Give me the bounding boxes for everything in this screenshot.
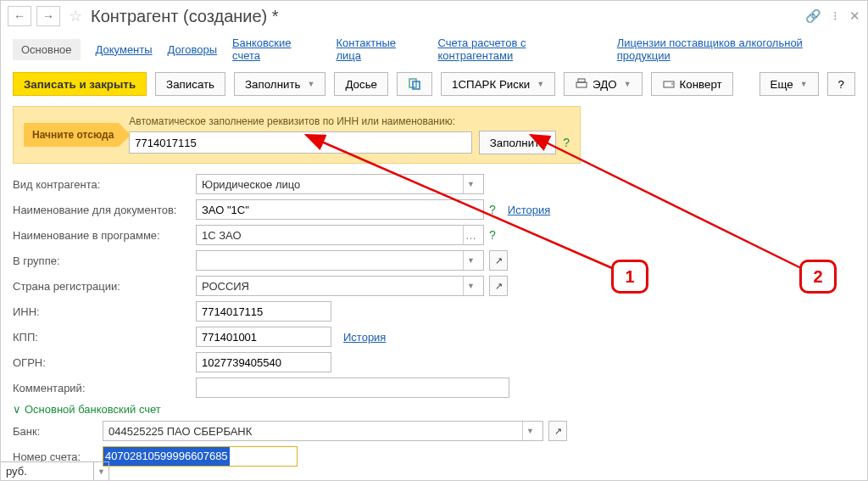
svg-rect-2: [576, 82, 587, 87]
callout-two: 2: [799, 260, 837, 294]
edo-label: ЭДО: [593, 78, 617, 91]
chevron-down-icon: ▼: [463, 251, 478, 270]
docname-label: Наименование для документов:: [13, 204, 191, 216]
chevron-down-icon: ▼: [800, 80, 808, 88]
account-value-selected: 40702810599996607685: [103, 447, 230, 466]
currency-value: руб.: [6, 465, 27, 478]
kpp-label: КПП:: [13, 331, 191, 344]
close-icon[interactable]: ✕: [849, 8, 860, 24]
docname-history-link[interactable]: История: [508, 204, 550, 216]
bank-section-label: Основной банковский счет: [25, 403, 161, 416]
ellipsis-icon[interactable]: …: [463, 226, 478, 244]
comment-label: Комментарий:: [13, 382, 191, 394]
spark-risks-label: 1СПАРК Риски: [452, 78, 530, 91]
chevron-down-icon: ▼: [624, 80, 632, 88]
autofill-fill-button[interactable]: Заполнить: [479, 131, 556, 154]
tab-settlement-accounts[interactable]: Счета расчетов с контрагентами: [438, 36, 602, 62]
more-button[interactable]: Еще ▼: [760, 72, 819, 96]
callout-one: 1: [611, 260, 648, 294]
save-button[interactable]: Записать: [155, 72, 225, 96]
tab-bank-accounts[interactable]: Банковские счета: [232, 36, 320, 62]
nav-back-button[interactable]: ←: [8, 6, 31, 26]
type-label: Вид контрагента:: [13, 178, 191, 191]
save-close-button[interactable]: Записать и закрыть: [13, 72, 147, 96]
tab-contacts[interactable]: Контактные лица: [336, 36, 422, 62]
chevron-down-icon: ▼: [308, 80, 315, 88]
chevron-down-icon: ▼: [463, 175, 478, 193]
group-open-button[interactable]: ↗: [489, 250, 508, 271]
comment-input[interactable]: [196, 378, 509, 398]
start-here-panel: Начните отсюда Автоматическое заполнение…: [13, 106, 581, 164]
kebab-menu-icon[interactable]: ⁝: [833, 8, 837, 24]
fill-button-label: Заполнить: [245, 78, 300, 91]
type-value: Юридическое лицо: [202, 178, 300, 191]
bank-value: 044525225 ПАО СБЕРБАНК: [108, 425, 252, 438]
kpp-input[interactable]: [196, 327, 331, 347]
progname-value: 1С ЗАО: [202, 229, 242, 242]
envelope-label: Конверт: [680, 78, 722, 91]
country-open-button[interactable]: ↗: [489, 276, 508, 296]
account-input[interactable]: 40702810599996607685: [103, 446, 298, 467]
chevron-down-icon: ▼: [537, 80, 544, 88]
kpp-history-link[interactable]: История: [343, 331, 386, 344]
tab-documents[interactable]: Документы: [96, 43, 153, 56]
svg-rect-3: [578, 79, 585, 82]
chevron-down-icon[interactable]: ▼: [94, 461, 109, 480]
print-icon: [662, 77, 676, 91]
tab-alcohol-licenses[interactable]: Лицензии поставщиков алкогольной продукц…: [617, 36, 855, 62]
printer-icon: [575, 77, 588, 91]
group-select[interactable]: ▼: [196, 250, 484, 271]
attach-button[interactable]: [397, 72, 432, 96]
progname-input[interactable]: 1С ЗАО …: [196, 225, 484, 245]
inn-input[interactable]: [196, 301, 331, 322]
group-label: В группе:: [13, 254, 191, 267]
link-icon[interactable]: 🔗: [805, 8, 821, 24]
country-label: Страна регистрации:: [13, 280, 191, 293]
attach-icon: [408, 77, 421, 91]
type-select[interactable]: Юридическое лицо ▼: [196, 174, 484, 194]
dossier-button[interactable]: Досье: [334, 72, 388, 96]
edo-button[interactable]: ЭДО ▼: [564, 72, 642, 96]
fill-button[interactable]: Заполнить ▼: [234, 72, 326, 96]
progname-label: Наименование в программе:: [13, 229, 191, 242]
page-title: Контрагент (создание) *: [91, 7, 279, 26]
bank-label: Банк:: [13, 425, 97, 438]
inn-label: ИНН:: [13, 305, 191, 318]
bank-select[interactable]: 044525225 ПАО СБЕРБАНК ▼: [103, 421, 543, 441]
autofill-input[interactable]: [129, 131, 471, 154]
svg-point-5: [671, 83, 673, 85]
tab-main[interactable]: Основное: [13, 39, 81, 60]
docname-input[interactable]: [196, 199, 484, 220]
ogrn-label: ОГРН:: [13, 356, 191, 369]
start-here-arrow: Начните отсюда: [24, 123, 119, 147]
bank-section-toggle[interactable]: ∨ Основной банковский счет: [13, 403, 855, 416]
chevron-down-icon: ∨: [13, 403, 21, 416]
docname-help-icon[interactable]: ?: [489, 203, 496, 216]
nav-forward-button[interactable]: →: [36, 6, 60, 26]
chevron-down-icon: ▼: [463, 277, 478, 295]
envelope-button[interactable]: Конверт: [651, 72, 733, 96]
chevron-down-icon: ▼: [522, 422, 537, 440]
country-select[interactable]: РОССИЯ ▼: [196, 276, 484, 296]
spark-risks-button[interactable]: 1СПАРК Риски ▼: [441, 72, 555, 96]
ogrn-input[interactable]: [196, 352, 331, 372]
more-label: Еще: [771, 78, 793, 91]
favorite-star-icon[interactable]: ☆: [69, 7, 82, 25]
country-value: РОССИЯ: [202, 280, 249, 293]
help-button[interactable]: ?: [827, 72, 855, 96]
progname-help-icon[interactable]: ?: [489, 228, 496, 242]
autofill-help-icon[interactable]: ?: [563, 136, 570, 149]
tab-contracts[interactable]: Договоры: [168, 43, 217, 56]
bank-open-button[interactable]: ↗: [548, 421, 567, 441]
autofill-label: Автоматическое заполнение реквизитов по …: [129, 115, 570, 127]
currency-select[interactable]: руб.: [1, 461, 94, 480]
